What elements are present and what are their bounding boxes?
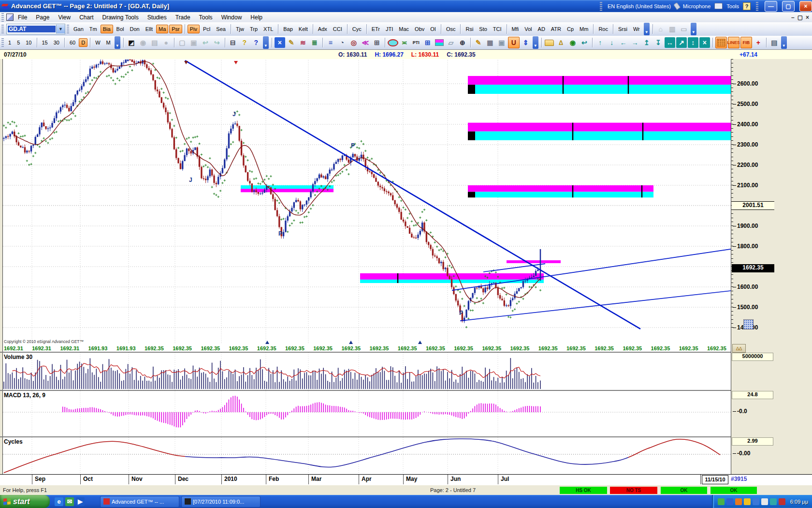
tray-icon-3[interactable]: [735, 498, 742, 505]
study-button-kelt[interactable]: Kelt: [296, 25, 310, 33]
taskbar-task-1[interactable]: Advanced GET™ -- ...: [100, 496, 179, 508]
menu-drawing-tools[interactable]: Drawing Tools: [98, 13, 143, 22]
ellipse-tool-icon[interactable]: [388, 37, 398, 48]
study-button-piv[interactable]: Piv: [188, 25, 200, 33]
target-icon[interactable]: ◎: [348, 37, 359, 48]
crosshair-icon[interactable]: +: [753, 37, 764, 48]
menu-page[interactable]: Page: [31, 13, 54, 22]
chart-canvas[interactable]: JJPPPCopyright © 2010 eSignal Advanced G…: [0, 59, 731, 352]
arrow-up-icon[interactable]: ↑: [595, 37, 606, 48]
interval-button-30[interactable]: 30: [51, 38, 62, 47]
study-button-cci[interactable]: CCI: [331, 25, 345, 33]
language-tools-button[interactable]: Tools: [726, 3, 739, 9]
fit-icon[interactable]: ×: [699, 37, 710, 48]
menu-tools[interactable]: Tools: [195, 13, 217, 22]
toolbar-grip[interactable]: [1, 25, 4, 33]
fib-panel-icon[interactable]: FIB: [740, 37, 752, 48]
cycles-panel[interactable]: Cycles: [0, 436, 731, 475]
study-button-wr[interactable]: Wr: [631, 25, 642, 33]
study-button-tjw[interactable]: Tjw: [233, 25, 246, 33]
window-icon[interactable]: ▭: [679, 24, 689, 34]
back-icon[interactable]: ↩: [200, 37, 211, 48]
interval-button-m[interactable]: M: [104, 38, 113, 47]
print-icon[interactable]: ⊟: [228, 37, 238, 48]
interval-button-d[interactable]: D: [79, 38, 87, 47]
expand-tool-icon[interactable]: ×: [275, 37, 285, 48]
menu-file[interactable]: File: [14, 13, 31, 22]
menu-chart[interactable]: Chart: [75, 13, 98, 22]
eraser-icon[interactable]: ▱: [446, 37, 456, 48]
study-button-trp[interactable]: Trp: [247, 25, 260, 33]
quicklaunch-mail-icon[interactable]: ✉: [65, 497, 74, 506]
grid-blue-icon[interactable]: ⊞: [422, 37, 433, 48]
layout-grid-icon[interactable]: ▦: [485, 37, 495, 48]
toolbar-overflow-icon[interactable]: ▼: [781, 36, 787, 49]
step-up-icon[interactable]: ↥: [641, 37, 652, 48]
toolbar-overflow-icon[interactable]: ▼: [691, 23, 696, 35]
study-button-gan[interactable]: Gan: [71, 25, 86, 33]
symbol-combobox[interactable]: GD.AT▼: [6, 24, 65, 34]
toolbar-overflow-icon[interactable]: ▼: [263, 36, 269, 49]
study-button-don[interactable]: Don: [128, 25, 142, 33]
combo-dropdown-icon[interactable]: ▼: [56, 25, 65, 33]
study-button-ma[interactable]: Ma: [156, 25, 168, 33]
menu-view[interactable]: View: [54, 13, 75, 22]
new-chart-icon[interactable]: ▢: [177, 37, 188, 48]
forward-icon[interactable]: ↪: [212, 37, 222, 48]
mob-icon[interactable]: [434, 37, 445, 48]
chart-style-icon[interactable]: ◩: [126, 37, 137, 48]
previous-icon[interactable]: ↩: [579, 37, 590, 48]
interval-button-1[interactable]: 1: [6, 38, 14, 47]
fan-lines-icon[interactable]: ≪: [360, 37, 371, 48]
arrow-left-icon[interactable]: ←: [618, 37, 629, 48]
study-button-mm[interactable]: Mm: [577, 25, 591, 33]
quicklaunch-media-icon[interactable]: ▶: [76, 497, 85, 506]
study-button-jti[interactable]: JTI: [383, 25, 395, 33]
volume-panel[interactable]: Volume 30: [0, 352, 731, 391]
bar-type-icon[interactable]: ▤: [149, 37, 160, 48]
help-icon[interactable]: ?: [239, 37, 250, 48]
quicklaunch-ie-icon[interactable]: e: [55, 497, 63, 506]
tray-icon-2[interactable]: [726, 498, 733, 505]
interval-button-15[interactable]: 15: [40, 38, 50, 47]
tray-icon-4[interactable]: [744, 498, 751, 505]
interval-button-10[interactable]: 10: [23, 38, 34, 47]
scales-icon[interactable]: ∆: [556, 37, 566, 48]
study-button-ad[interactable]: AD: [536, 25, 548, 33]
waves-icon[interactable]: ≋: [298, 37, 308, 48]
study-button-roc[interactable]: Roc: [596, 25, 610, 33]
tray-icon-8[interactable]: [779, 498, 785, 505]
align-icon[interactable]: ⇕: [521, 37, 531, 48]
camera-icon[interactable]: ◉: [138, 37, 148, 48]
study-button-atr[interactable]: ATR: [549, 25, 564, 33]
tray-icon-7[interactable]: [770, 498, 777, 505]
language-bar-grip[interactable]: [600, 2, 602, 11]
save-icon[interactable]: ▣: [188, 37, 199, 48]
mdi-minimize-button[interactable]: –: [791, 14, 795, 21]
pencil-icon[interactable]: ✎: [286, 37, 297, 48]
tray-icon-5[interactable]: [753, 498, 759, 505]
menubar-grip[interactable]: [1, 13, 4, 22]
language-help-button[interactable]: ?: [743, 2, 751, 10]
language-indicator[interactable]: EN English (United States): [608, 3, 671, 9]
properties-icon[interactable]: ▤: [769, 37, 780, 48]
toolbar-grip[interactable]: [1, 38, 4, 47]
study-button-mac[interactable]: Mac: [396, 25, 411, 33]
toolbar-overflow-icon[interactable]: ▼: [115, 36, 120, 49]
mdi-close-button[interactable]: ×: [806, 14, 809, 21]
study-button-obv[interactable]: Obv: [412, 25, 427, 33]
interval-button-5[interactable]: 5: [14, 38, 22, 47]
multi-lines-icon[interactable]: ≣: [309, 37, 320, 48]
oval-tool-icon[interactable]: ●: [161, 37, 172, 48]
trendlines-icon[interactable]: ≡: [325, 37, 336, 48]
update-icon[interactable]: U: [508, 37, 520, 48]
interval-button-w[interactable]: W: [93, 38, 102, 47]
home-icon[interactable]: ⌂: [655, 24, 666, 34]
start-button[interactable]: start: [0, 495, 50, 508]
expand-h-icon[interactable]: ↔: [665, 37, 675, 48]
study-button-psr[interactable]: Psr: [169, 25, 182, 33]
interval-button-60[interactable]: 60: [67, 38, 78, 47]
symbol-input[interactable]: GD.AT: [8, 26, 56, 32]
expand-d-icon[interactable]: ↗: [676, 37, 687, 48]
menu-studies[interactable]: Studies: [143, 13, 171, 22]
